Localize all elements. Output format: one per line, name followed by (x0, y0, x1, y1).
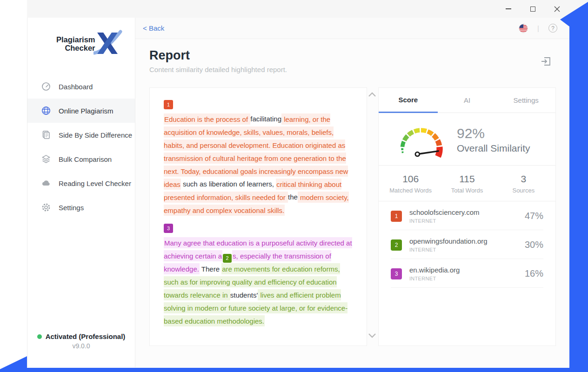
document-text: 1Education is the process of facilitatin… (164, 100, 353, 328)
source-domain: openwingsfoundation.org (409, 237, 517, 245)
source-info: openwingsfoundation.orgINTERNET (409, 237, 517, 252)
scroll-down-icon[interactable] (368, 333, 376, 338)
source-domain: schoolofsciencery.com (409, 208, 517, 216)
score-panel: ScoreAISettings (378, 87, 556, 346)
sidebar-item-side-by-side-difference[interactable]: Side By Side Difference (27, 123, 135, 147)
source-percent: 30% (525, 239, 543, 250)
panel-tabs: ScoreAISettings (379, 88, 555, 113)
highlighted-text: learning, or the acquisition of knowledg… (164, 113, 348, 190)
sidebar-item-reading-level-checker[interactable]: Reading Level Checker (27, 171, 135, 195)
sidebar-item-label: Online Plagiarism (59, 107, 114, 115)
activation-line: Activated (Professional) (27, 332, 135, 340)
source-row[interactable]: 1schoolofsciencery.comINTERNET47% (391, 201, 543, 230)
source-type: INTERNET (409, 247, 517, 252)
score-label: Overall Similarity (457, 143, 530, 154)
logo-line1: Plagiarism (45, 35, 95, 44)
page-subtitle: Content similarity detailed highlighted … (135, 63, 588, 73)
stat-sources: 3Sources (495, 173, 552, 194)
tab-score[interactable]: Score (379, 88, 438, 113)
main-area: < Back | ? Report Content similarity det… (135, 18, 588, 367)
language-flag-icon[interactable] (519, 24, 528, 33)
export-report-icon[interactable] (541, 56, 552, 67)
stat-total-words: 115Total Words (439, 173, 495, 194)
unmatched-text: facilitating (250, 115, 281, 123)
topbar-divider: | (537, 24, 539, 32)
sidebar-item-dashboard[interactable]: Dashboard (27, 74, 135, 99)
source-number-badge: 3 (391, 268, 402, 279)
sidebar-item-label: Reading Level Checker (59, 179, 131, 187)
stat-label: Matched Words (382, 187, 439, 194)
unmatched-text: such as liberation of learners, (181, 180, 276, 188)
maximize-icon (530, 7, 535, 12)
app-logo: Plagiarism Checker (40, 30, 122, 59)
unmatched-text: students' (230, 291, 258, 299)
source-type: INTERNET (409, 276, 517, 281)
gear-icon (41, 203, 51, 212)
source-percent: 16% (525, 268, 543, 279)
sources-list: 1schoolofsciencery.comINTERNET47%2openwi… (379, 201, 555, 288)
source-number-badge: 2 (391, 239, 402, 251)
source-info: en.wikipedia.orgINTERNET (409, 266, 517, 281)
minimize-button[interactable] (502, 3, 514, 15)
app-window: Plagiarism Checker DashboardOnline Plagi… (27, 18, 588, 367)
logo-x-icon (94, 30, 122, 57)
overall-score: 92% Overall Similarity (457, 126, 530, 154)
close-icon (554, 6, 560, 12)
back-link[interactable]: < Back (143, 24, 164, 32)
sidebar-item-bulk-comparison[interactable]: Bulk Comparison (27, 147, 135, 171)
window-titlebar (27, 0, 588, 18)
layers-icon (41, 154, 51, 164)
inline-source-badge: 2 (223, 254, 232, 263)
source-row[interactable]: 2openwingsfoundation.orgINTERNET30% (391, 230, 543, 259)
paragraph-badge: 3 (164, 224, 173, 233)
sidebar-item-label: Settings (59, 204, 84, 212)
source-row[interactable]: 3en.wikipedia.orgINTERNET16% (391, 259, 543, 288)
scroll-up-icon[interactable] (368, 92, 376, 97)
side-by-side-icon (41, 130, 51, 140)
dashboard-icon (41, 82, 51, 91)
page-title: Report (135, 39, 588, 63)
paragraph: Education is the process of facilitating… (164, 113, 353, 217)
source-type: INTERNET (409, 218, 517, 224)
app-version: v9.0.0 (27, 342, 135, 350)
paragraph-badge: 1 (164, 100, 173, 109)
activation-status: Activated (Professional) v9.0.0 (27, 332, 135, 350)
stat-matched-words: 106Matched Words (382, 173, 439, 194)
stat-label: Total Words (439, 187, 495, 194)
sidebar-item-online-plagiarism[interactable]: Online Plagiarism (27, 99, 135, 123)
sidebar-item-label: Bulk Comparison (59, 155, 112, 163)
stat-value: 3 (495, 173, 552, 185)
paragraph: Many agree that education is a purposefu… (164, 236, 353, 328)
unmatched-text: There (200, 265, 221, 273)
sidebar-nav: DashboardOnline PlagiarismSide By Side D… (27, 74, 135, 219)
source-domain: en.wikipedia.org (409, 266, 517, 274)
logo-text: Plagiarism Checker (45, 35, 95, 52)
navigation-bar: < Back | ? (135, 18, 588, 39)
sidebar-item-settings[interactable]: Settings (27, 195, 135, 219)
sidebar: Plagiarism Checker DashboardOnline Plagi… (27, 18, 135, 367)
similarity-gauge-icon (391, 120, 449, 159)
sidebar-item-label: Dashboard (59, 83, 93, 91)
report-content: Report Content similarity detailed highl… (135, 39, 588, 367)
help-icon[interactable]: ? (548, 24, 557, 33)
logo-line2: Checker (45, 44, 95, 52)
minimize-icon (506, 8, 511, 9)
sidebar-item-label: Side By Side Difference (59, 131, 132, 139)
source-percent: 47% (525, 211, 543, 221)
document-panel: 1Education is the process of facilitatin… (149, 87, 367, 346)
similarity-gauge-row: 92% Overall Similarity (379, 113, 555, 166)
unmatched-text: the (288, 193, 298, 201)
activation-dot-icon (37, 334, 42, 339)
stat-label: Sources (495, 187, 552, 194)
tab-settings[interactable]: Settings (496, 88, 555, 113)
close-button[interactable] (551, 3, 563, 15)
source-number-badge: 1 (391, 211, 402, 222)
globe-icon (41, 106, 51, 115)
stats-row: 106Matched Words115Total Words3Sources (379, 166, 555, 201)
tab-ai[interactable]: AI (438, 88, 497, 113)
score-value: 92% (457, 126, 530, 141)
highlighted-text: Education is the process of (164, 113, 250, 125)
stat-value: 115 (439, 173, 495, 185)
activation-text: Activated (Professional) (46, 332, 126, 340)
maximize-button[interactable] (527, 3, 539, 15)
